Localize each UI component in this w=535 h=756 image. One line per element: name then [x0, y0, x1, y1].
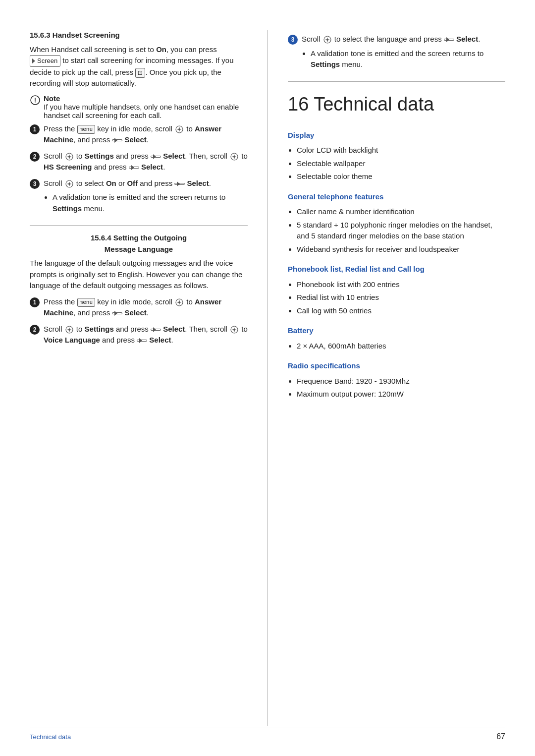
- radio-section-title: Radio specifications: [288, 360, 505, 372]
- step-3-sub-1: A validation tone is emitted and the scr…: [53, 192, 248, 214]
- section-15-6-3-intro: When Handset call screening is set to On…: [30, 44, 248, 89]
- scroll-icon-2b: [230, 152, 239, 161]
- note-icon: [30, 95, 41, 106]
- general-item-2: 5 standard + 10 polyphonic ringer melodi…: [297, 220, 505, 242]
- scroll-icon-2-2: [65, 325, 74, 334]
- step-badge-2: 2: [30, 152, 40, 162]
- step-3-sub: A validation tone is emitted and the scr…: [53, 192, 248, 214]
- select-btn-1a: [112, 139, 122, 141]
- phonebook-item-1: Phonebook list with 200 entries: [297, 279, 505, 291]
- footer: Technical data 67: [30, 728, 505, 741]
- step-badge-1: 1: [30, 124, 40, 134]
- select-btn-s2-2a: [151, 329, 161, 331]
- scroll-icon-2-2b: [230, 325, 239, 334]
- section-15-6-4-intro: The language of the default outgoing mes…: [30, 258, 248, 291]
- right-column: 3 Scroll to select the language and pres…: [268, 30, 505, 726]
- step-badge-2-2: 2: [30, 325, 40, 335]
- step-2-content: Scroll to Settings and press Select. The…: [44, 151, 248, 173]
- note-box: Note If you have multiple handsets, only…: [30, 94, 248, 119]
- step-3-content: Scroll to select On or Off and press Sel…: [44, 178, 248, 217]
- select-btn-s2-2b: [137, 340, 147, 342]
- steps-list-1: 1 Press the menu key in idle mode, scrol…: [30, 123, 248, 217]
- step-1: 1 Press the menu key in idle mode, scrol…: [30, 123, 248, 146]
- step-badge-3: 3: [30, 179, 40, 189]
- battery-list: 2 × AAA, 600mAh batteries: [297, 341, 505, 352]
- right-divider: [288, 81, 505, 82]
- svg-point-14: [233, 329, 235, 331]
- svg-point-6: [233, 156, 235, 158]
- general-section-title: General telephone features: [288, 191, 505, 203]
- menu-key-2: menu: [77, 298, 96, 307]
- svg-point-12: [68, 329, 70, 331]
- display-item-2: Selectable wallpaper: [297, 158, 505, 170]
- section-handset-screening: 15.6.3 Handset Screening When Handset ca…: [30, 30, 248, 216]
- step-2-2: 2 Scroll to Settings and press Select. T…: [30, 324, 248, 346]
- right-step-3-sub: A validation tone is emitted and the scr…: [311, 48, 505, 70]
- footer-left: Technical data: [30, 733, 71, 741]
- svg-point-16: [326, 39, 328, 41]
- svg-point-4: [68, 156, 70, 158]
- chapter-title: 16 Technical data: [288, 94, 505, 115]
- svg-point-10: [178, 301, 180, 303]
- phonebook-item-3: Call log with 50 entries: [297, 305, 505, 317]
- radio-item-1: Frequence Band: 1920 - 1930Mhz: [297, 376, 505, 387]
- battery-item-1: 2 × AAA, 600mAh batteries: [297, 341, 505, 352]
- general-list: Caller name & number identification 5 st…: [297, 206, 505, 255]
- screen-button-inline: Screen: [30, 55, 60, 67]
- general-item-3: Wideband synthesis for receiver and loud…: [297, 244, 505, 255]
- select-btn-s2-1: [112, 312, 122, 314]
- left-column: 15.6.3 Handset Screening When Handset ca…: [30, 30, 268, 726]
- display-item-3: Selectable color theme: [297, 171, 505, 182]
- step-badge-2-1: 1: [30, 297, 40, 307]
- right-step-3-sub-1: A validation tone is emitted and the scr…: [311, 48, 505, 70]
- select-btn-r3: [444, 39, 454, 41]
- radio-list: Frequence Band: 1920 - 1930Mhz Maximum o…: [297, 376, 505, 400]
- select-btn-3a: [174, 183, 185, 185]
- select-btn-2b: [129, 167, 139, 169]
- scroll-icon-2-1: [175, 298, 184, 307]
- display-list: Color LCD with backlight Selectable wall…: [297, 145, 505, 182]
- display-item-1: Color LCD with backlight: [297, 145, 505, 156]
- section-15-6-4-title: 15.6.4 Setting the OutgoingMessage Langu…: [30, 233, 248, 255]
- display-section-title: Display: [288, 130, 505, 141]
- note-title: Note: [44, 94, 60, 103]
- select-btn-2a: [151, 156, 161, 158]
- svg-point-8: [68, 183, 70, 185]
- talk-key-inline: ⚀: [135, 68, 145, 78]
- general-item-1: Caller name & number identification: [297, 206, 505, 218]
- scroll-icon-1: [175, 125, 184, 134]
- menu-key-icon: menu: [77, 125, 96, 134]
- section-outgoing-language: 15.6.4 Setting the OutgoingMessage Langu…: [30, 233, 248, 346]
- phonebook-section-title: Phonebook list, Redial list and Call log: [288, 264, 505, 275]
- step-2: 2 Scroll to Settings and press Select. T…: [30, 151, 248, 173]
- step-2-1: 1 Press the menu key in idle mode, scrol…: [30, 296, 248, 319]
- right-step-3: 3 Scroll to select the language and pres…: [288, 34, 505, 72]
- step-1-content: Press the menu key in idle mode, scroll …: [44, 123, 248, 146]
- step-3: 3 Scroll to select On or Off and press S…: [30, 178, 248, 217]
- step-2-1-content: Press the menu key in idle mode, scroll …: [44, 296, 248, 319]
- radio-item-2: Maximum output power: 120mW: [297, 389, 505, 400]
- scroll-icon-2: [65, 152, 74, 161]
- scroll-icon-3: [65, 179, 74, 188]
- battery-section-title: Battery: [288, 325, 505, 337]
- svg-point-2: [178, 128, 180, 130]
- right-step-badge-3: 3: [288, 35, 298, 45]
- scroll-icon-r3: [323, 35, 332, 44]
- step-2-2-content: Scroll to Settings and press Select. The…: [44, 324, 248, 346]
- section-divider-1: [30, 225, 248, 226]
- steps-list-2: 1 Press the menu key in idle mode, scrol…: [30, 296, 248, 346]
- right-steps-list: 3 Scroll to select the language and pres…: [288, 34, 505, 72]
- right-step-3-content: Scroll to select the language and press …: [302, 34, 505, 72]
- note-body: If you have multiple handsets, only one …: [44, 103, 239, 119]
- phonebook-item-2: Redial list with 10 entries: [297, 292, 505, 303]
- note-content: Note If you have multiple handsets, only…: [44, 94, 248, 119]
- footer-right: 67: [496, 732, 505, 741]
- section-15-6-3-title: 15.6.3 Handset Screening: [30, 30, 248, 41]
- phonebook-list: Phonebook list with 200 entries Redial l…: [297, 279, 505, 317]
